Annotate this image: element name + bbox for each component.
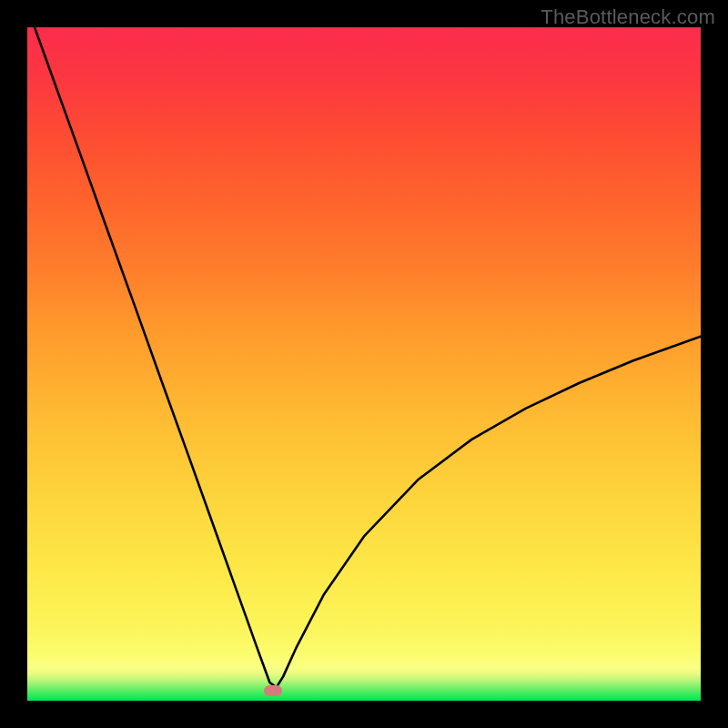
- plot-area: [27, 27, 701, 701]
- bottleneck-curve: [27, 27, 701, 687]
- chart-frame: TheBottleneck.com: [0, 0, 728, 728]
- watermark-label: TheBottleneck.com: [541, 5, 715, 29]
- minimum-marker: [264, 685, 282, 696]
- curve-svg: [27, 27, 701, 701]
